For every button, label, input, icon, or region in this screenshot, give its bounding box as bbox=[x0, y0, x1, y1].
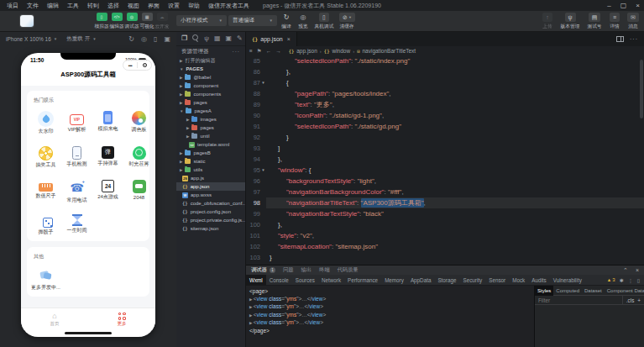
fold-icon[interactable]: ▼ bbox=[260, 81, 266, 85]
maximize-icon[interactable]: ▢ bbox=[620, 0, 627, 11]
close-tab-icon[interactable]: × bbox=[287, 36, 291, 42]
toggle-simulator-phone-icon[interactable]: ▯模拟器 bbox=[94, 13, 109, 30]
menu-item[interactable]: 编辑 bbox=[43, 0, 63, 11]
wxml-tree[interactable]: <page>▶ <view class="yms">…</view>▶ <vie… bbox=[246, 286, 534, 347]
tree-item[interactable]: ▶static bbox=[176, 157, 245, 166]
code-line[interactable]: } bbox=[266, 132, 644, 143]
grid-item-ruler[interactable]: 数值尺子 bbox=[30, 180, 61, 204]
open-editors-section[interactable]: ▶ 打开的编辑器 bbox=[176, 56, 245, 65]
tools-icon[interactable]: ✎ bbox=[237, 35, 243, 42]
code-line[interactable]: ] bbox=[266, 143, 644, 154]
tree-item[interactable]: ▶until bbox=[176, 132, 245, 140]
tab-app-json[interactable]: {} app.json × bbox=[246, 32, 297, 46]
code-line[interactable]: }, bbox=[266, 154, 644, 165]
project-root-section[interactable]: ▼ PAGES bbox=[176, 65, 245, 73]
code-line[interactable]: } bbox=[266, 252, 644, 263]
grid-item-dice[interactable]: 掷骰子 bbox=[30, 214, 61, 236]
inspector-tab-styles[interactable]: Styles bbox=[535, 286, 553, 296]
files-icon[interactable]: ❐ bbox=[181, 35, 187, 42]
menu-item[interactable]: 转到 bbox=[83, 0, 103, 11]
git-branch-icon[interactable]: ψ bbox=[204, 35, 209, 42]
npm-box-icon[interactable]: ▣ bbox=[225, 35, 232, 42]
tree-item[interactable]: {}sitemap.json bbox=[176, 224, 245, 233]
debugger-tab-Mock[interactable]: Mock bbox=[509, 275, 528, 286]
action-test-account-icon[interactable]: ▤测试号 bbox=[587, 13, 602, 30]
code-line[interactable]: }, bbox=[266, 219, 644, 230]
grid-item-fakecall[interactable]: 模拟来电 bbox=[92, 111, 123, 135]
grid-item-phonecheck[interactable]: 手机检测 bbox=[61, 146, 92, 169]
toggle-editor-code-icon[interactable]: </>编辑器 bbox=[109, 13, 124, 30]
code-line[interactable]: "pagePath": "pages/tools/index", bbox=[266, 88, 644, 99]
menu-item[interactable]: 文件 bbox=[23, 0, 43, 11]
tab-更多[interactable]: 更多 bbox=[88, 308, 155, 330]
cls-toggle[interactable]: .cls + bbox=[622, 296, 644, 304]
grid-item-lottery[interactable]: 抽奖工具 bbox=[30, 146, 61, 169]
toggle-visual-layout-icon[interactable]: ▦可视化 bbox=[139, 13, 154, 30]
code-line[interactable]: "navigationBarTextStyle": "black" bbox=[266, 208, 644, 219]
more-actions-icon[interactable]: ··· bbox=[233, 49, 241, 55]
device-icon[interactable]: ▯ bbox=[154, 35, 157, 43]
debugger-tab-Audits[interactable]: Audits bbox=[528, 275, 550, 286]
window-icon[interactable]: ▣ bbox=[164, 35, 170, 43]
tree-item[interactable]: ▶components bbox=[176, 90, 245, 98]
tree-item[interactable]: ▶pages bbox=[176, 124, 245, 132]
grid-item-palette[interactable]: 调色板 bbox=[123, 111, 154, 135]
menu-item[interactable]: 选择 bbox=[103, 0, 123, 11]
action-clear-cache-icon[interactable]: ⊘▼清缓存 bbox=[339, 13, 355, 30]
wxml-line[interactable]: </page> bbox=[249, 328, 534, 335]
menu-item[interactable]: 项目 bbox=[3, 0, 23, 11]
grid-item-g2048[interactable]: 2048 bbox=[123, 180, 154, 204]
tree-item[interactable]: Wapp.wxss bbox=[176, 191, 245, 199]
mode-dropdown[interactable]: 小程序模式 ▼ bbox=[176, 15, 227, 26]
inspector-tab-dataset[interactable]: Dataset bbox=[582, 286, 605, 296]
action-compile-icon[interactable]: ↻编译 bbox=[280, 13, 292, 30]
grid-item-hourglass[interactable]: 一生时间 bbox=[61, 214, 92, 236]
gear-icon[interactable]: ✱ bbox=[620, 277, 624, 283]
tree-item[interactable]: ▶pages bbox=[176, 98, 245, 107]
code-line[interactable]: "backgroundTextStyle": "light", bbox=[266, 176, 644, 187]
extensions-icon[interactable]: ▦ bbox=[214, 35, 221, 42]
debugger-tab-Performance[interactable]: Performance bbox=[344, 275, 381, 286]
more-dots-icon[interactable]: ••• bbox=[123, 63, 137, 68]
inspector-tab-computed[interactable]: Computed bbox=[553, 286, 582, 296]
grid-item-moredev[interactable]: 更多开发中... bbox=[30, 267, 61, 292]
menu-item[interactable]: 工具 bbox=[63, 0, 83, 11]
tree-item[interactable]: ▶component bbox=[176, 81, 245, 90]
compile-dropdown[interactable]: 普通编译 ▼ bbox=[228, 15, 277, 26]
debugger-tab-Wxml[interactable]: Wxml bbox=[246, 275, 266, 286]
menu-item[interactable]: 设置 bbox=[164, 0, 184, 11]
add-style-icon[interactable]: + bbox=[637, 297, 641, 303]
code-line[interactable]: "style": "v2", bbox=[266, 230, 644, 241]
grid-item-game24[interactable]: 2424点游戏 bbox=[92, 180, 123, 204]
toggle-debugger-icon[interactable]: ◎调试器 bbox=[124, 13, 139, 30]
code-line[interactable]: { bbox=[266, 77, 644, 88]
code-line[interactable]: "selectedIconPath": "./static/gd.png" bbox=[266, 121, 644, 132]
hot-reload-selector[interactable]: 热重载 开 bbox=[66, 35, 90, 43]
breadcrumb-item[interactable]: navigationBarTitleText bbox=[362, 48, 416, 54]
project-logo[interactable] bbox=[20, 15, 34, 27]
panel-tab-调试器[interactable]: 调试器1 bbox=[251, 266, 275, 274]
wxml-line[interactable]: ▶ <view class="ym">…</view> bbox=[249, 303, 534, 312]
grid-item-timeflies[interactable]: 时光荏苒 bbox=[123, 146, 154, 169]
panel-tab-代码质量[interactable]: 代码质量 bbox=[338, 266, 359, 274]
tree-item[interactable]: {}project.private.config.js... bbox=[176, 216, 245, 224]
bookmark-icon[interactable]: ⚑ bbox=[257, 48, 262, 55]
device-selector[interactable]: iPhone X 100% 16 bbox=[6, 36, 51, 42]
debugger-tab-Network[interactable]: Network bbox=[318, 275, 344, 286]
rotate-icon[interactable]: ↻ bbox=[128, 35, 134, 43]
close-circle-icon[interactable] bbox=[138, 63, 151, 67]
tree-item[interactable]: ▶utils bbox=[176, 166, 245, 174]
toggle-cloud-dev-icon[interactable]: ☁云开发 bbox=[154, 13, 170, 30]
tab-首页[interactable]: ⌂首页 bbox=[21, 308, 88, 330]
tree-item[interactable]: ▼pagesA bbox=[176, 107, 245, 115]
debugger-tab-Console[interactable]: Console bbox=[266, 275, 292, 286]
debugger-tab-AppData[interactable]: AppData bbox=[407, 275, 435, 286]
grid-item-watermark[interactable]: 去水印 bbox=[30, 111, 61, 135]
grid-item-phonecall[interactable]: ☎常用电话 bbox=[61, 180, 92, 204]
code-line[interactable]: }, bbox=[266, 66, 644, 77]
device-frame-icon[interactable]: ▯ bbox=[637, 277, 640, 283]
wxml-line[interactable]: ▶ <view class="yms">…</view> bbox=[249, 312, 534, 320]
tree-item[interactable]: ▶@babel bbox=[176, 73, 245, 81]
scrollbar[interactable] bbox=[640, 60, 643, 118]
panel-tab-终端[interactable]: 终端 bbox=[319, 266, 330, 274]
